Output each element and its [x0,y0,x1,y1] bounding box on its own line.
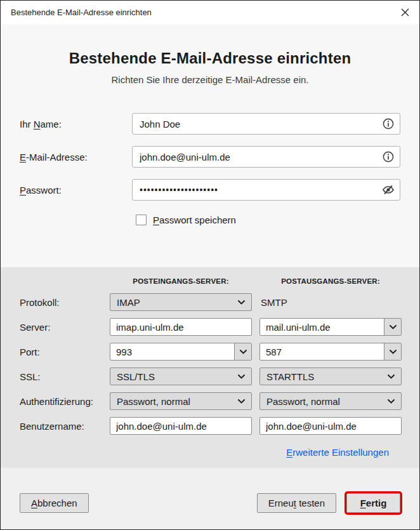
chevron-down-icon [388,399,395,404]
outgoing-username-input[interactable] [259,417,402,435]
window-title: Bestehende E-Mail-Adresse einrichten [11,8,390,17]
protocol-label: Protokoll: [20,297,102,308]
outgoing-auth-select[interactable]: Passwort, normal [259,392,402,410]
outgoing-protocol-value: SMTP [259,297,402,308]
advanced-settings-link[interactable]: Erweiterte Einstellungen [286,447,389,458]
cancel-button[interactable]: Abbrechen [20,493,89,513]
outgoing-port-input[interactable] [260,343,384,360]
email-input[interactable] [132,146,400,168]
incoming-ssl-select[interactable]: SSL/TLS [110,368,252,385]
server-config-section: POSTEINGANGS-SERVER: POSTAUSGANGS-SERVER… [1,267,419,468]
port-label: Port: [20,347,102,357]
chevron-down-icon [390,350,397,354]
ssl-label: SSL: [20,371,102,382]
dialog-footer: Abbrechen Erneut testen Fertig [1,468,419,530]
chevron-down-icon [240,350,247,354]
password-label: Passwort: [20,185,132,195]
incoming-server-header: POSTEINGANGS-SERVER: [110,277,252,286]
chevron-down-icon [238,374,245,379]
remember-password-checkbox[interactable] [136,215,147,225]
name-label: Ihr Name: [20,119,132,129]
auth-label: Authentifizierung: [20,396,102,407]
page-subtitle: Richten Sie Ihre derzeitige E-Mail-Adres… [20,74,400,85]
info-circle-icon [383,151,394,162]
username-label: Benutzername: [20,421,102,432]
incoming-port-dropdown-button[interactable] [234,343,251,360]
remember-password-label: Passwort speichern [153,215,236,225]
outgoing-server-input[interactable] [260,319,384,335]
titlebar: Bestehende E-Mail-Adresse einrichten [1,1,419,24]
outgoing-ssl-select[interactable]: STARTTLS [259,368,402,385]
close-icon [401,8,409,17]
chevron-down-icon [390,325,397,329]
name-input[interactable] [132,113,400,135]
chevron-down-icon [238,300,245,305]
incoming-username-input[interactable] [110,417,252,435]
account-setup-dialog: Bestehende E-Mail-Adresse einrichten Bes… [0,0,420,530]
password-reveal-button[interactable] [383,184,394,195]
close-button[interactable] [390,1,419,24]
outgoing-server-dropdown-button[interactable] [384,319,401,335]
incoming-protocol-select[interactable]: IMAP [110,293,252,311]
outgoing-port-combo [259,343,402,361]
chevron-down-icon [388,374,395,379]
remember-password-row: Passwort speichern [20,215,400,225]
password-row: Passwort: [20,179,400,201]
email-row: E-Mail-Adresse: [20,146,400,168]
outgoing-server-combo [259,318,402,336]
done-button[interactable]: Fertig [346,493,400,513]
password-input[interactable] [132,179,400,201]
page-title: Bestehende E-Mail-Adresse einrichten [20,24,400,67]
incoming-server-input[interactable] [110,318,252,336]
info-circle-icon [383,118,394,129]
server-label: Server: [20,322,102,333]
incoming-port-input[interactable] [110,343,234,360]
email-label: E-Mail-Adresse: [20,152,132,162]
retest-button[interactable]: Erneut testen [257,493,336,513]
incoming-auth-select[interactable]: Passwort, normal [110,392,252,410]
name-row: Ihr Name: [20,113,400,135]
outgoing-server-header: POSTAUSGANGS-SERVER: [259,277,402,286]
outgoing-port-dropdown-button[interactable] [384,343,401,360]
identity-section: Bestehende E-Mail-Adresse einrichten Ric… [1,24,419,267]
chevron-down-icon [238,399,245,404]
incoming-port-combo [110,343,252,361]
eye-off-icon [382,185,395,195]
